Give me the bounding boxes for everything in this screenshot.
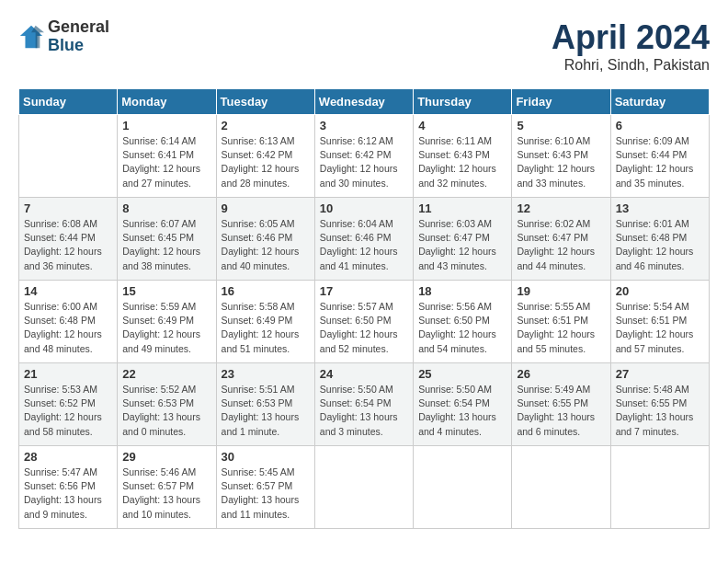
logo: General Blue	[18, 18, 109, 55]
column-header-sunday: Sunday	[19, 89, 118, 115]
day-info: Sunrise: 5:45 AM Sunset: 6:57 PM Dayligh…	[222, 465, 310, 522]
calendar-cell: 21Sunrise: 5:53 AM Sunset: 6:52 PM Dayli…	[19, 363, 118, 446]
day-info: Sunrise: 5:53 AM Sunset: 6:52 PM Dayligh…	[24, 383, 112, 439]
calendar-cell: 8Sunrise: 6:07 AM Sunset: 6:45 PM Daylig…	[118, 198, 216, 281]
page-subtitle: Rohri, Sindh, Pakistan	[552, 57, 710, 74]
day-info: Sunrise: 6:08 AM Sunset: 6:44 PM Dayligh…	[24, 217, 112, 273]
calendar-cell: 14Sunrise: 6:00 AM Sunset: 6:48 PM Dayli…	[19, 281, 118, 363]
calendar-cell	[19, 115, 118, 198]
day-number: 29	[122, 450, 210, 464]
calendar-cell: 13Sunrise: 6:01 AM Sunset: 6:48 PM Dayli…	[610, 198, 709, 281]
calendar-week-1: 1Sunrise: 6:14 AM Sunset: 6:41 PM Daylig…	[19, 115, 710, 198]
day-number: 7	[24, 201, 112, 215]
day-info: Sunrise: 5:46 AM Sunset: 6:57 PM Dayligh…	[122, 465, 210, 522]
logo-text: General Blue	[48, 18, 109, 55]
day-info: Sunrise: 6:12 AM Sunset: 6:42 PM Dayligh…	[320, 134, 408, 190]
day-info: Sunrise: 5:56 AM Sunset: 6:50 PM Dayligh…	[418, 300, 506, 356]
header-row: SundayMondayTuesdayWednesdayThursdayFrid…	[19, 89, 710, 115]
column-header-tuesday: Tuesday	[216, 89, 314, 115]
calendar-week-5: 28Sunrise: 5:47 AM Sunset: 6:56 PM Dayli…	[19, 446, 710, 529]
day-info: Sunrise: 5:49 AM Sunset: 6:55 PM Dayligh…	[517, 383, 605, 439]
day-number: 8	[122, 201, 210, 215]
day-number: 22	[122, 367, 210, 381]
page-title: April 2024	[552, 18, 710, 57]
column-header-friday: Friday	[512, 89, 610, 115]
calendar-cell: 30Sunrise: 5:45 AM Sunset: 6:57 PM Dayli…	[216, 446, 314, 529]
day-number: 9	[222, 201, 310, 215]
calendar-cell: 10Sunrise: 6:04 AM Sunset: 6:46 PM Dayli…	[314, 198, 413, 281]
calendar-cell: 17Sunrise: 5:57 AM Sunset: 6:50 PM Dayli…	[314, 281, 413, 363]
day-info: Sunrise: 6:09 AM Sunset: 6:44 PM Dayligh…	[616, 134, 704, 190]
day-info: Sunrise: 5:51 AM Sunset: 6:53 PM Dayligh…	[222, 383, 310, 439]
calendar-body: 1Sunrise: 6:14 AM Sunset: 6:41 PM Daylig…	[19, 115, 710, 529]
day-info: Sunrise: 5:55 AM Sunset: 6:51 PM Dayligh…	[517, 300, 605, 356]
calendar-cell: 19Sunrise: 5:55 AM Sunset: 6:51 PM Dayli…	[512, 281, 610, 363]
calendar-cell: 11Sunrise: 6:03 AM Sunset: 6:47 PM Dayli…	[414, 198, 512, 281]
calendar-table: SundayMondayTuesdayWednesdayThursdayFrid…	[18, 88, 710, 529]
day-number: 2	[222, 119, 310, 132]
day-number: 15	[122, 284, 210, 298]
calendar-cell: 27Sunrise: 5:48 AM Sunset: 6:55 PM Dayli…	[610, 363, 709, 446]
day-info: Sunrise: 5:54 AM Sunset: 6:51 PM Dayligh…	[616, 300, 704, 356]
logo-icon	[18, 24, 44, 50]
day-number: 24	[320, 367, 408, 381]
day-number: 13	[616, 201, 704, 215]
column-header-saturday: Saturday	[610, 89, 709, 115]
day-info: Sunrise: 6:04 AM Sunset: 6:46 PM Dayligh…	[320, 217, 408, 273]
day-info: Sunrise: 6:05 AM Sunset: 6:46 PM Dayligh…	[222, 217, 310, 273]
day-info: Sunrise: 6:07 AM Sunset: 6:45 PM Dayligh…	[122, 217, 210, 273]
day-number: 12	[517, 201, 605, 215]
day-number: 10	[320, 201, 408, 215]
calendar-cell: 23Sunrise: 5:51 AM Sunset: 6:53 PM Dayli…	[216, 363, 314, 446]
calendar-cell: 26Sunrise: 5:49 AM Sunset: 6:55 PM Dayli…	[512, 363, 610, 446]
calendar-cell: 24Sunrise: 5:50 AM Sunset: 6:54 PM Dayli…	[314, 363, 413, 446]
logo-general-text: General	[48, 18, 109, 37]
day-number: 16	[222, 284, 310, 298]
calendar-cell: 5Sunrise: 6:10 AM Sunset: 6:43 PM Daylig…	[512, 115, 610, 198]
day-number: 27	[616, 367, 704, 381]
day-number: 1	[122, 119, 210, 132]
day-number: 21	[24, 367, 112, 381]
calendar-cell: 28Sunrise: 5:47 AM Sunset: 6:56 PM Dayli…	[19, 446, 118, 529]
calendar-cell: 9Sunrise: 6:05 AM Sunset: 6:46 PM Daylig…	[216, 198, 314, 281]
day-number: 4	[418, 119, 506, 132]
day-info: Sunrise: 6:00 AM Sunset: 6:48 PM Dayligh…	[24, 300, 112, 356]
calendar-cell: 6Sunrise: 6:09 AM Sunset: 6:44 PM Daylig…	[610, 115, 709, 198]
calendar-cell: 12Sunrise: 6:02 AM Sunset: 6:47 PM Dayli…	[512, 198, 610, 281]
day-info: Sunrise: 5:50 AM Sunset: 6:54 PM Dayligh…	[320, 383, 408, 439]
day-number: 14	[24, 284, 112, 298]
calendar-cell: 29Sunrise: 5:46 AM Sunset: 6:57 PM Dayli…	[118, 446, 216, 529]
calendar-cell: 3Sunrise: 6:12 AM Sunset: 6:42 PM Daylig…	[314, 115, 413, 198]
day-info: Sunrise: 6:01 AM Sunset: 6:48 PM Dayligh…	[616, 217, 704, 273]
calendar-week-3: 14Sunrise: 6:00 AM Sunset: 6:48 PM Dayli…	[19, 281, 710, 363]
calendar-cell	[512, 446, 610, 529]
day-number: 25	[418, 367, 506, 381]
day-number: 11	[418, 201, 506, 215]
calendar-cell	[314, 446, 413, 529]
day-info: Sunrise: 6:02 AM Sunset: 6:47 PM Dayligh…	[517, 217, 605, 273]
calendar-cell: 16Sunrise: 5:58 AM Sunset: 6:49 PM Dayli…	[216, 281, 314, 363]
calendar-cell: 18Sunrise: 5:56 AM Sunset: 6:50 PM Dayli…	[414, 281, 512, 363]
day-number: 28	[24, 450, 112, 464]
day-number: 5	[517, 119, 605, 132]
day-number: 26	[517, 367, 605, 381]
page-header: General Blue April 2024 Rohri, Sindh, Pa…	[18, 18, 710, 74]
day-info: Sunrise: 5:59 AM Sunset: 6:49 PM Dayligh…	[122, 300, 210, 356]
column-header-monday: Monday	[118, 89, 216, 115]
day-info: Sunrise: 5:48 AM Sunset: 6:55 PM Dayligh…	[616, 383, 704, 439]
calendar-cell: 22Sunrise: 5:52 AM Sunset: 6:53 PM Dayli…	[118, 363, 216, 446]
day-number: 18	[418, 284, 506, 298]
day-number: 23	[222, 367, 310, 381]
day-info: Sunrise: 5:58 AM Sunset: 6:49 PM Dayligh…	[222, 300, 310, 356]
day-info: Sunrise: 5:57 AM Sunset: 6:50 PM Dayligh…	[320, 300, 408, 356]
calendar-cell: 25Sunrise: 5:50 AM Sunset: 6:54 PM Dayli…	[414, 363, 512, 446]
calendar-cell: 7Sunrise: 6:08 AM Sunset: 6:44 PM Daylig…	[19, 198, 118, 281]
day-info: Sunrise: 6:10 AM Sunset: 6:43 PM Dayligh…	[517, 134, 605, 190]
column-header-wednesday: Wednesday	[314, 89, 413, 115]
calendar-cell: 2Sunrise: 6:13 AM Sunset: 6:42 PM Daylig…	[216, 115, 314, 198]
day-info: Sunrise: 5:47 AM Sunset: 6:56 PM Dayligh…	[24, 465, 112, 522]
calendar-cell	[610, 446, 709, 529]
day-number: 6	[616, 119, 704, 132]
day-info: Sunrise: 5:50 AM Sunset: 6:54 PM Dayligh…	[418, 383, 506, 439]
day-number: 20	[616, 284, 704, 298]
